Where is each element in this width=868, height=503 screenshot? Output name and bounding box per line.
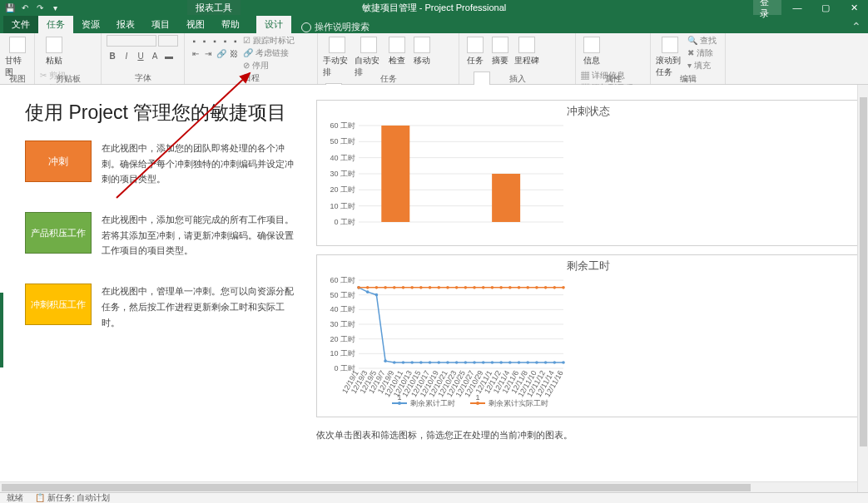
tell-me-search[interactable]: 操作说明搜索 xyxy=(301,21,370,33)
footer-note: 依次单击图表和筛选图标，筛选您正在处理的当前冲刺的图表。 xyxy=(316,429,860,441)
quick-access-toolbar: 💾 ↶ ↷ ▾ xyxy=(0,2,60,12)
svg-text:30 工时: 30 工时 xyxy=(330,320,355,328)
unlink-icon[interactable]: ⛓ xyxy=(229,47,241,59)
hscroll-thumb[interactable] xyxy=(2,484,751,491)
svg-point-85 xyxy=(419,286,423,289)
italic-icon[interactable]: I xyxy=(121,50,132,62)
svg-point-67 xyxy=(473,361,476,364)
login-button[interactable]: 登录 xyxy=(753,0,781,15)
card-sprint-backlog[interactable]: 冲刺积压工作 xyxy=(25,284,92,325)
pct50-icon[interactable]: ▪ xyxy=(211,35,219,47)
pct100-icon[interactable]: ▪ xyxy=(231,35,240,47)
horizontal-scrollbar[interactable] xyxy=(0,481,857,492)
font-color-icon[interactable]: A xyxy=(149,50,161,62)
group-view-label: 视图 xyxy=(5,73,29,83)
scroll-to-task-button[interactable]: 滚动到任务 xyxy=(656,35,684,78)
indent-icon[interactable]: ⇥ xyxy=(203,47,215,59)
svg-point-77 xyxy=(562,361,565,364)
font-family-select[interactable] xyxy=(107,35,156,47)
underline-icon[interactable]: U xyxy=(135,50,146,62)
chart-remaining-work[interactable]: 剩余工时 0 工时10 工时20 工时30 工时40 工时50 工时60 工时1… xyxy=(316,254,860,417)
svg-text:0 工时: 0 工时 xyxy=(334,218,355,226)
svg-point-57 xyxy=(384,359,387,362)
tab-project[interactable]: 项目 xyxy=(143,16,178,33)
auto-schedule-button[interactable]: 自动安排 xyxy=(355,35,383,78)
chart1-title: 冲刺状态 xyxy=(325,104,851,119)
svg-point-73 xyxy=(526,361,529,364)
manual-schedule-button[interactable]: 手动安排 xyxy=(323,35,351,78)
svg-text:10 工时: 10 工时 xyxy=(330,202,355,210)
link-icon[interactable]: 🔗 xyxy=(216,47,227,59)
svg-point-97 xyxy=(526,286,529,289)
tab-task[interactable]: 任务 xyxy=(38,16,73,33)
tab-view[interactable]: 视图 xyxy=(178,16,213,33)
save-icon[interactable]: 💾 xyxy=(5,2,15,12)
redo-icon[interactable]: ↷ xyxy=(35,2,45,12)
chart-sprint-status[interactable]: 冲刺状态 0 工时10 工时20 工时30 工时40 工时50 工时60 工时 xyxy=(316,100,860,246)
paste-button[interactable]: 粘贴 xyxy=(40,35,68,67)
inspect-button[interactable]: 检查 xyxy=(386,35,408,67)
tab-help[interactable]: 帮助 xyxy=(213,16,248,33)
svg-text:10 工时: 10 工时 xyxy=(330,349,355,358)
outdent-icon[interactable]: ⇤ xyxy=(190,47,201,59)
svg-point-107 xyxy=(476,402,479,405)
svg-point-87 xyxy=(437,286,440,289)
ribbon-tabs: 文件 任务 资源 报表 项目 视图 帮助 设计 操作说明搜索 ⌃ xyxy=(0,15,868,33)
info-icon xyxy=(583,37,600,53)
respect-links-button[interactable]: ☑ 跟踪时标记 xyxy=(243,35,295,47)
group-properties: 信息 ▦ 详细信息 ▦ 添加到日程 属性 xyxy=(576,33,651,84)
pct75-icon[interactable]: ▪ xyxy=(221,35,229,47)
svg-point-101 xyxy=(562,286,565,289)
svg-point-60 xyxy=(410,361,414,364)
deactivate-button[interactable]: ⊘ 停用 xyxy=(243,60,295,72)
left-tab-strip[interactable] xyxy=(0,293,3,367)
qat-dropdown-icon[interactable]: ▾ xyxy=(50,2,60,12)
svg-text:1: 1 xyxy=(397,393,401,402)
move-button[interactable]: 移动 xyxy=(411,35,433,67)
desc-backlog: 在此视图中，添加您可能完成的所有工作项目。若将其添加至冲刺，请更新冲刺编码。确保… xyxy=(102,212,300,259)
gantt-chart-button[interactable]: 甘特图 xyxy=(5,35,29,78)
maximize-icon[interactable]: ▢ xyxy=(811,0,840,15)
svg-rect-15 xyxy=(492,174,520,222)
tab-resource[interactable]: 资源 xyxy=(73,16,108,33)
font-size-select[interactable] xyxy=(158,35,178,47)
fill-label: 填充 xyxy=(694,61,711,70)
card-backlog[interactable]: 产品积压工作 xyxy=(25,212,92,254)
svg-text:20 工时: 20 工时 xyxy=(330,185,355,194)
consider-links-button[interactable]: 🔗 考虑链接 xyxy=(243,47,295,59)
milestone-button[interactable]: 里程碑 xyxy=(514,35,539,67)
milestone-icon xyxy=(518,37,535,53)
task-label: 任务 xyxy=(467,55,484,67)
vertical-scrollbar[interactable] xyxy=(857,85,868,492)
svg-text:20 工时: 20 工时 xyxy=(330,335,355,343)
page-title: 使用 Project 管理您的敏捷项目 xyxy=(25,100,300,126)
vscroll-thumb[interactable] xyxy=(860,97,867,446)
clear-button[interactable]: ✖ 清除 xyxy=(687,47,717,59)
card-sprint[interactable]: 冲刺 xyxy=(25,141,92,182)
pct0-icon[interactable]: ▪ xyxy=(190,35,198,47)
group-font: B I U A ▬ 字体 xyxy=(102,33,185,84)
tab-design[interactable]: 设计 xyxy=(256,16,291,33)
group-tasks: 手动安排 自动安排 检查 移动 模式 任务 xyxy=(318,33,459,84)
close-icon[interactable]: ✕ xyxy=(840,0,868,15)
svg-point-100 xyxy=(553,286,557,289)
svg-point-84 xyxy=(410,286,414,289)
undo-icon[interactable]: ↶ xyxy=(20,2,30,12)
svg-point-75 xyxy=(544,361,548,364)
bold-icon[interactable]: B xyxy=(107,50,118,62)
svg-point-90 xyxy=(464,286,468,289)
task-insert-button[interactable]: 任务 xyxy=(464,35,486,67)
tab-file[interactable]: 文件 xyxy=(3,16,38,33)
chart1-svg: 0 工时10 工时20 工时30 工时40 工时50 工时60 工时 xyxy=(325,122,567,239)
minimize-icon[interactable]: — xyxy=(783,0,811,15)
find-button[interactable]: 🔍 查找 xyxy=(687,35,717,47)
ribbon-collapse-icon[interactable]: ⌃ xyxy=(851,20,868,33)
info-button[interactable]: 信息 xyxy=(581,35,603,67)
fill-color-icon[interactable]: ▬ xyxy=(163,50,175,62)
svg-text:60 工时: 60 工时 xyxy=(330,122,355,130)
fill-button[interactable]: ▾ 填充 xyxy=(687,60,717,72)
tab-report[interactable]: 报表 xyxy=(108,16,143,33)
pct25-icon[interactable]: ▪ xyxy=(200,35,208,47)
window-controls: 登录 — ▢ ✕ xyxy=(753,0,868,15)
summary-button[interactable]: 摘要 xyxy=(489,35,511,67)
